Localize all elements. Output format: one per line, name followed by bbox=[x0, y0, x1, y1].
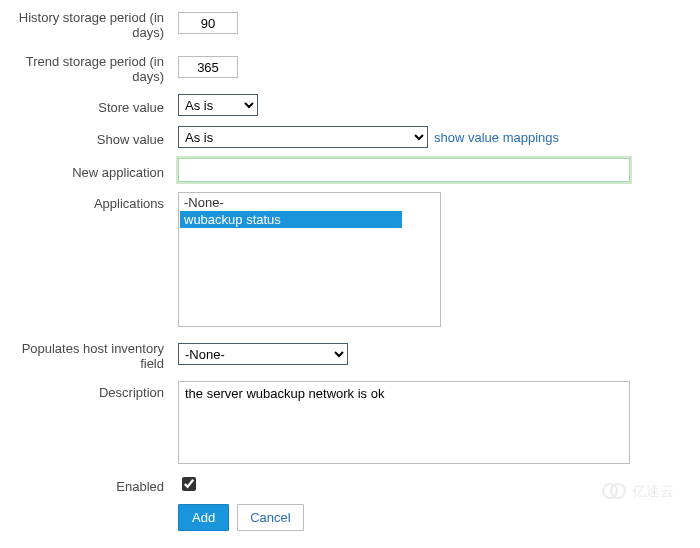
inventory-label: Populates host inventory field bbox=[0, 337, 178, 371]
inventory-select[interactable]: -None- bbox=[178, 343, 348, 365]
applications-listbox[interactable]: -None-wubackup status bbox=[178, 192, 441, 327]
list-item[interactable]: wubackup status bbox=[180, 211, 402, 228]
description-label: Description bbox=[0, 381, 178, 400]
show-value-select[interactable]: As is bbox=[178, 126, 428, 148]
new-application-input[interactable] bbox=[178, 158, 630, 182]
trend-input[interactable] bbox=[178, 56, 238, 78]
enabled-checkbox[interactable] bbox=[182, 477, 196, 491]
show-value-label: Show value bbox=[0, 128, 178, 147]
list-item[interactable]: -None- bbox=[180, 194, 439, 211]
applications-label: Applications bbox=[0, 192, 178, 211]
store-value-label: Store value bbox=[0, 96, 178, 115]
trend-label: Trend storage period (in days) bbox=[0, 50, 178, 84]
add-button[interactable]: Add bbox=[178, 504, 229, 531]
description-textarea[interactable] bbox=[178, 381, 630, 464]
history-label: History storage period (in days) bbox=[0, 6, 178, 40]
history-input[interactable] bbox=[178, 12, 238, 34]
enabled-label: Enabled bbox=[0, 475, 178, 494]
cancel-button[interactable]: Cancel bbox=[237, 504, 303, 531]
store-value-select[interactable]: As is bbox=[178, 94, 258, 116]
show-value-mappings-link[interactable]: show value mappings bbox=[434, 130, 559, 145]
new-application-label: New application bbox=[0, 161, 178, 180]
